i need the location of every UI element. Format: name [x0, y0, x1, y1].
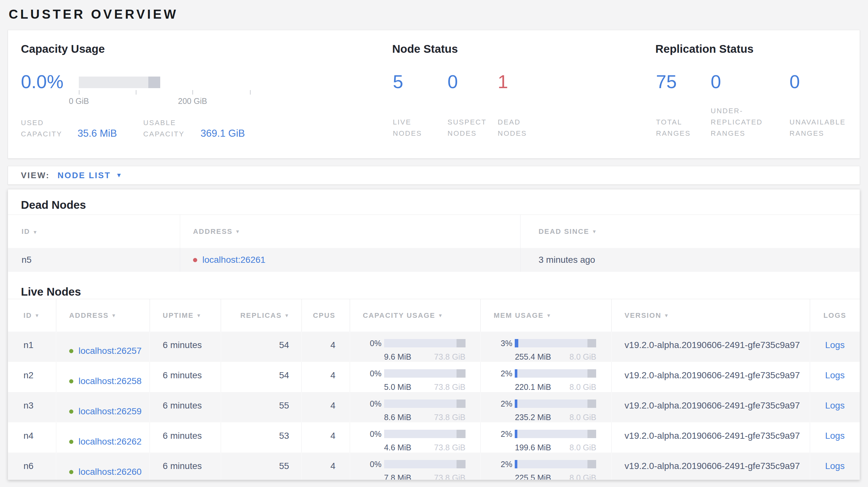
stat-label: RANGES [711, 128, 789, 139]
mem-total-value: 8.0 GiB [569, 383, 596, 392]
mem-bar-reserved-segment [587, 339, 596, 347]
node-status-title: Node Status [392, 42, 458, 55]
suspect-nodes-count: 0 [447, 69, 498, 94]
axis-tick [79, 90, 80, 95]
sort-arrow-icon: ▼ [111, 313, 116, 318]
logs-link[interactable]: Logs [825, 431, 845, 441]
live-status-dot-icon [69, 410, 73, 414]
capacity-usage-cell: 0% 5.0 MiB 73.8 GiB [350, 362, 480, 392]
stat-label: RANGES [656, 128, 711, 139]
total-ranges-count: 75 [656, 69, 711, 94]
node-address-link[interactable]: localhost:26258 [79, 376, 142, 386]
live-nodes-count: 5 [393, 69, 447, 94]
capacity-total-value: 73.8 GiB [434, 352, 465, 362]
live-nodes-header: ID▼ ADDRESS▼ UPTIME▼ REPLICAS▼ CPUS CAPA… [8, 299, 860, 332]
mem-bar-fill [515, 339, 518, 347]
column-label: ADDRESS [69, 312, 109, 320]
mem-bar-track [515, 339, 596, 347]
suspect-nodes-stat: 0 SUSPECT NODES [447, 69, 498, 139]
capacity-percent: 0% [363, 460, 381, 469]
live-nodes-title: Live Nodes [21, 285, 860, 299]
column-header-mem-usage[interactable]: MEM USAGE▼ [480, 299, 611, 332]
dead-nodes-header: ID▼ ADDRESS▼ DEAD SINCE▼ [8, 215, 860, 248]
capacity-bar-reserved-segment [457, 460, 466, 468]
capacity-bar-track [384, 339, 466, 347]
stat-label: RANGES [789, 128, 846, 139]
column-header-address[interactable]: ADDRESS▼ [180, 215, 520, 248]
stat-label: NODES [447, 128, 498, 139]
axis-tick-label: 0 GiB [69, 97, 89, 106]
replicas-value: 55 [279, 461, 289, 471]
view-mode-dropdown[interactable]: NODE LIST ▼ [58, 170, 122, 181]
capacity-gauge-axis: 0 GiB 200 GiB [79, 88, 289, 107]
table-row: n6 localhost:26260 6 minutes 55 4 0% 7.8… [8, 453, 860, 480]
sort-arrow-icon: ▼ [438, 313, 443, 318]
chevron-down-icon: ▼ [116, 172, 122, 179]
axis-tick [250, 90, 251, 95]
capacity-percent: 0% [363, 429, 381, 439]
capacity-percent: 0% [363, 339, 381, 348]
mem-bar-track [515, 369, 596, 378]
column-label: ID [24, 312, 32, 320]
logs-link[interactable]: Logs [825, 400, 845, 411]
mem-usage-cell: 2% 235.2 MiB 8.0 GiB [480, 392, 611, 422]
column-header-id[interactable]: ID▼ [8, 227, 180, 236]
dead-nodes-count: 1 [498, 69, 527, 94]
mem-bar-reserved-segment [587, 399, 596, 408]
mem-used-value: 225.5 MiB [515, 473, 551, 480]
column-header-logs: LOGS [810, 299, 860, 332]
capacity-total-value: 73.8 GiB [434, 383, 465, 392]
mem-total-value: 8.0 GiB [569, 352, 596, 362]
sort-arrow-icon: ▼ [235, 229, 240, 234]
column-label: ID [22, 227, 30, 235]
axis-tick-label: 200 GiB [178, 97, 207, 106]
mem-bar-track [515, 460, 596, 468]
logs-link[interactable]: Logs [825, 340, 845, 350]
node-address-link[interactable]: localhost:26257 [79, 346, 142, 356]
capacity-total-value: 73.8 GiB [434, 443, 465, 452]
cluster-summary-panel: Capacity Usage 0.0% 0 GiB 200 GiB USED C… [8, 30, 860, 159]
capacity-used-value: 5.0 MiB [384, 383, 411, 392]
view-bar: VIEW: NODE LIST ▼ [8, 166, 860, 185]
column-header-dead-since[interactable]: DEAD SINCE▼ [520, 215, 860, 248]
page-title: CLUSTER OVERVIEW [0, 0, 868, 23]
version-value: v19.2.0-alpha.20190606-2491-gfe735c9a97 [624, 400, 800, 411]
capacity-used-percent: 0.0% [21, 69, 63, 107]
capacity-percent: 0% [363, 399, 381, 409]
column-label: DEAD SINCE [538, 227, 589, 236]
cpus-value: 4 [331, 400, 336, 411]
usable-capacity-stat: USABLE CAPACITY 369.1 GiB [143, 117, 245, 140]
column-header-address[interactable]: ADDRESS▼ [56, 299, 150, 332]
column-label: CAPACITY USAGE [363, 312, 436, 320]
node-id: n1 [24, 340, 33, 350]
capacity-bar-reserved-segment [457, 399, 466, 408]
logs-link[interactable]: Logs [825, 370, 845, 381]
column-header-capacity-usage[interactable]: CAPACITY USAGE▼ [350, 299, 480, 332]
column-header-uptime[interactable]: UPTIME▼ [150, 299, 221, 332]
capacity-usage-gauge: 0.0% 0 GiB 200 GiB [21, 69, 289, 107]
capacity-used-value: 9.6 MiB [384, 352, 411, 362]
node-address-link[interactable]: localhost:26262 [79, 436, 142, 447]
mem-total-value: 8.0 GiB [569, 443, 596, 452]
mem-percent: 3% [494, 339, 512, 348]
node-address-link[interactable]: localhost:26259 [79, 406, 142, 417]
mem-total-value: 8.0 GiB [569, 413, 596, 422]
sort-arrow-icon: ▼ [546, 313, 551, 318]
axis-tick [136, 90, 136, 95]
mem-used-value: 220.1 MiB [515, 383, 551, 392]
column-header-id[interactable]: ID▼ [8, 299, 56, 332]
stat-label: UNDER- [711, 105, 789, 117]
stat-label: UNAVAILABLE [789, 117, 846, 128]
logs-link[interactable]: Logs [825, 461, 845, 471]
dead-since-value: 3 minutes ago [538, 255, 595, 265]
column-header-version[interactable]: VERSION▼ [611, 299, 810, 332]
cpus-value: 4 [331, 340, 336, 350]
node-address-link[interactable]: localhost:26260 [79, 467, 142, 477]
dead-status-dot-icon [193, 258, 197, 262]
column-header-cpus[interactable]: CPUS [302, 299, 350, 332]
column-header-replicas[interactable]: REPLICAS▼ [221, 299, 302, 332]
mem-percent: 2% [494, 460, 512, 469]
node-address-link[interactable]: localhost:26261 [203, 255, 266, 265]
dead-nodes-title: Dead Nodes [21, 198, 860, 212]
live-nodes-table: ID▼ ADDRESS▼ UPTIME▼ REPLICAS▼ CPUS CAPA… [8, 299, 860, 480]
